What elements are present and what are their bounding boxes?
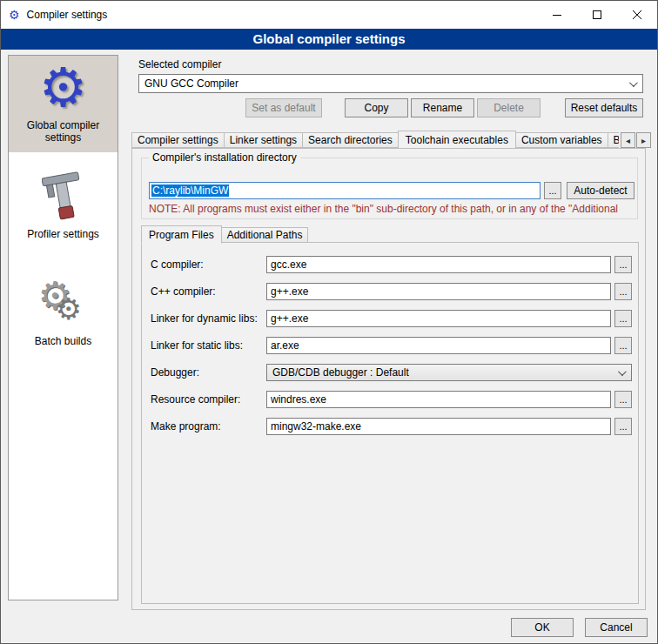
cancel-button[interactable]: Cancel xyxy=(585,618,648,637)
field-row: Resource compiler: ... xyxy=(142,391,638,408)
field-row: Make program: ... xyxy=(142,418,638,435)
resource-compiler-browse-button[interactable]: ... xyxy=(614,391,632,408)
program-files-panel: C compiler: ... C++ compiler: ... Linker… xyxy=(141,242,639,604)
close-icon xyxy=(633,10,641,19)
debugger-value: GDB/CDB debugger : Default xyxy=(272,366,409,379)
c-compiler-label: C compiler: xyxy=(151,256,204,273)
linker-dynamic-input[interactable] xyxy=(266,310,611,327)
set-as-default-button[interactable]: Set as default xyxy=(245,98,322,117)
linker-dynamic-label: Linker for dynamic libs: xyxy=(151,310,258,327)
delete-button[interactable]: Delete xyxy=(477,98,540,117)
c-compiler-input[interactable] xyxy=(266,256,611,273)
installation-directory-browse-button[interactable]: ... xyxy=(544,182,561,199)
c-compiler-browse-button[interactable]: ... xyxy=(614,256,632,273)
subtab-program-files[interactable]: Program Files xyxy=(141,225,222,244)
executables-subtabs: Program Files Additional Paths xyxy=(141,225,307,243)
debugger-select[interactable]: GDB/CDB debugger : Default xyxy=(266,364,632,381)
sidebar-item-profiler-settings[interactable]: Profiler settings xyxy=(9,164,118,249)
copy-button[interactable]: Copy xyxy=(345,98,408,117)
cpp-compiler-input[interactable] xyxy=(266,283,611,300)
chevron-down-icon xyxy=(629,78,638,87)
window-controls xyxy=(537,1,657,29)
field-row: Linker for static libs: ... xyxy=(142,337,638,354)
cpp-compiler-label: C++ compiler: xyxy=(151,283,216,300)
sidebar-item-label: Global compiler settings xyxy=(11,119,115,144)
ok-button[interactable]: OK xyxy=(511,618,574,637)
installation-note: NOTE: All programs must exist either in … xyxy=(149,203,634,215)
maximize-button[interactable] xyxy=(577,1,617,29)
compiler-tabs: Compiler settings Linker settings Search… xyxy=(131,130,619,148)
resource-compiler-label: Resource compiler: xyxy=(151,391,240,408)
toolchain-executables-panel: Compiler's installation directory C:\ray… xyxy=(131,148,646,610)
debugger-label: Debugger: xyxy=(151,364,199,381)
reset-defaults-button[interactable]: Reset defaults xyxy=(565,98,643,117)
linker-static-browse-button[interactable]: ... xyxy=(614,337,632,354)
window-title: Compiler settings xyxy=(27,9,108,21)
tab-search-directories[interactable]: Search directories xyxy=(302,132,399,148)
installation-directory-group-label: Compiler's installation directory xyxy=(149,151,300,164)
resource-compiler-input[interactable] xyxy=(266,391,611,408)
maximize-icon xyxy=(593,10,601,19)
titlebar: ⚙ Compiler settings xyxy=(1,1,657,29)
field-row: C++ compiler: ... xyxy=(142,283,638,300)
make-program-input[interactable] xyxy=(266,418,611,435)
installation-directory-group: Compiler's installation directory C:\ray… xyxy=(141,158,638,219)
installation-directory-value: C:\raylib\MinGW xyxy=(151,184,229,197)
rename-button[interactable]: Rename xyxy=(411,98,474,117)
linker-dynamic-browse-button[interactable]: ... xyxy=(614,310,632,327)
tab-build-options[interactable]: Build xyxy=(608,132,619,148)
make-program-browse-button[interactable]: ... xyxy=(614,418,632,435)
tab-linker-settings[interactable]: Linker settings xyxy=(224,132,303,148)
linker-static-input[interactable] xyxy=(266,337,611,354)
main-panel: Selected compiler GNU GCC Compiler Set a… xyxy=(131,55,652,612)
tab-scroll-right-button[interactable]: ▸ xyxy=(636,132,651,148)
batch-builds-icon: ⚙ ⚙ xyxy=(37,277,91,331)
tab-scroll-left-button[interactable]: ◂ xyxy=(621,132,635,148)
tab-toolchain-executables[interactable]: Toolchain executables xyxy=(398,131,516,148)
selected-compiler-dropdown[interactable]: GNU GCC Compiler xyxy=(138,74,643,93)
chevron-down-icon xyxy=(618,367,627,376)
app-icon: ⚙ xyxy=(9,9,20,21)
sidebar-item-label: Batch builds xyxy=(35,335,91,347)
sidebar-item-label: Profiler settings xyxy=(27,228,99,240)
sidebar-item-batch-builds[interactable]: ⚙ ⚙ Batch builds xyxy=(9,272,118,356)
subtab-additional-paths[interactable]: Additional Paths xyxy=(221,227,309,243)
cpp-compiler-browse-button[interactable]: ... xyxy=(614,283,632,300)
make-program-label: Make program: xyxy=(151,418,221,435)
sidebar-item-global-compiler-settings[interactable]: ⚙ Global compiler settings xyxy=(9,56,118,152)
minimize-icon xyxy=(553,10,561,19)
tab-custom-variables[interactable]: Custom variables xyxy=(515,132,608,148)
installation-directory-input[interactable]: C:\raylib\MinGW xyxy=(149,182,540,199)
close-button[interactable] xyxy=(617,1,657,29)
tab-compiler-settings[interactable]: Compiler settings xyxy=(131,132,225,148)
profiler-settings-icon xyxy=(42,170,85,224)
settings-category-list: ⚙ Global compiler settings Profiler sett… xyxy=(8,55,118,600)
linker-static-label: Linker for static libs: xyxy=(151,337,243,354)
compiler-settings-window: ⚙ Compiler settings Global compiler sett… xyxy=(0,0,658,644)
global-compiler-settings-icon: ⚙ xyxy=(39,61,88,115)
minimize-button[interactable] xyxy=(537,1,577,29)
selected-compiler-value: GNU GCC Compiler xyxy=(144,77,238,90)
field-row: Linker for dynamic libs: ... xyxy=(142,310,638,327)
field-row: Debugger: GDB/CDB debugger : Default xyxy=(142,364,638,381)
auto-detect-button[interactable]: Auto-detect xyxy=(567,182,634,199)
selected-compiler-label: Selected compiler xyxy=(138,58,221,70)
page-title: Global compiler settings xyxy=(1,29,657,50)
field-row: C compiler: ... xyxy=(142,256,638,273)
